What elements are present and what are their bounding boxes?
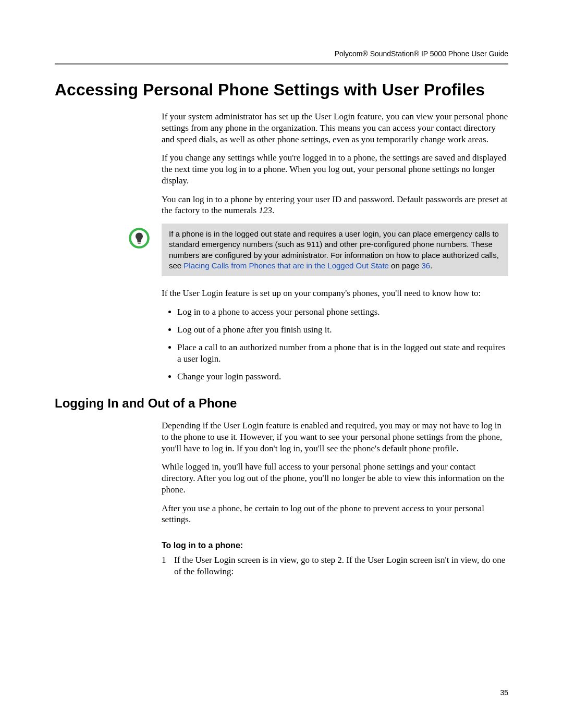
heading-1: Accessing Personal Phone Settings with U… [55,80,508,100]
paragraph: If you change any settings while you're … [162,152,508,186]
page-number: 35 [500,688,508,697]
paragraph: Depending if the User Login feature is e… [162,420,508,454]
text: You can log in to a phone by entering yo… [162,194,507,216]
bullet-list: Log in to a phone to access your persona… [162,306,508,382]
svg-rect-1 [137,241,141,242]
note-link[interactable]: Placing Calls from Phones that are in th… [183,261,389,270]
paragraph: After you use a phone, be certain to log… [162,503,508,526]
text-italic: 123 [259,205,272,215]
note-box: If a phone is in the logged out state an… [162,224,508,276]
list-item: Place a call to an authorized number fro… [177,342,508,365]
step-text: If the User Login screen is in view, go … [174,554,508,577]
document-page: Polycom® SoundStation® IP 5000 Phone Use… [0,0,563,728]
heading-3: To log in to a phone: [162,541,508,550]
step-number: 1 [162,554,174,577]
text: . [272,205,274,215]
header-product: Polycom® SoundStation® IP 5000 Phone Use… [55,50,508,58]
list-item: Log out of a phone after you finish usin… [177,324,508,336]
list-item: Log in to a phone to access your persona… [177,306,508,318]
list-item: Change your login password. [177,371,508,382]
paragraph: If the User Login feature is set up on y… [162,288,508,299]
note-page-link[interactable]: 36 [422,261,431,270]
note-callout: If a phone is in the logged out state an… [55,224,508,276]
svg-rect-2 [138,243,140,244]
paragraph: If your system administrator has set up … [162,111,508,145]
note-text: . [430,261,432,270]
paragraph: While logged in, you'll have full access… [162,461,508,495]
header-rule [55,63,508,65]
numbered-step: 1 If the User Login screen is in view, g… [162,554,508,577]
note-text: on page [389,261,422,270]
heading-2: Logging In and Out of a Phone [55,396,508,411]
tip-icon [128,227,154,252]
paragraph: You can log in to a phone by entering yo… [162,194,508,217]
